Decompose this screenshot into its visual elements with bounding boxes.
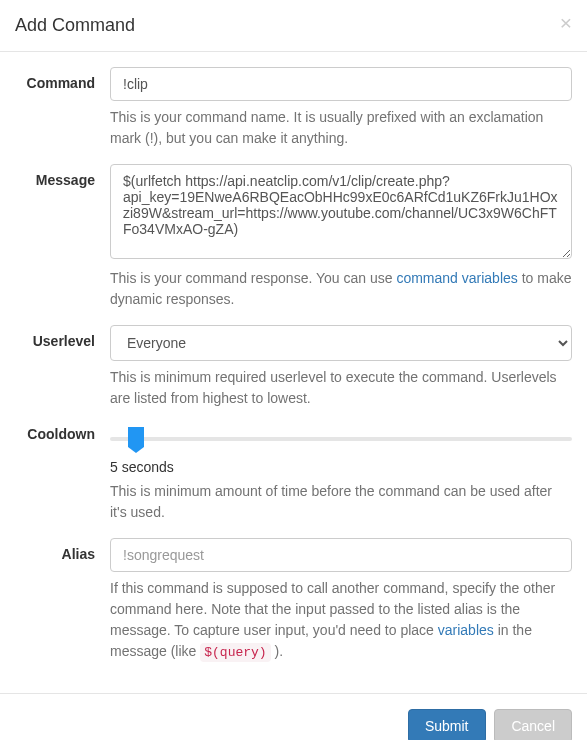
alias-help-part3: ). [271,643,283,659]
message-label: Message [15,164,110,310]
command-group: Command This is your command name. It is… [15,67,572,149]
submit-button[interactable]: Submit [408,709,486,741]
command-help: This is your command name. It is usually… [110,107,572,149]
userlevel-group: Userlevel Everyone This is minimum requi… [15,325,572,409]
cooldown-value: 5 seconds [110,459,572,475]
modal-footer: Submit Cancel [0,693,587,741]
cooldown-label: Cooldown [15,424,110,523]
alias-help: If this command is supposed to call anot… [110,578,572,663]
cancel-button[interactable]: Cancel [494,709,572,741]
cooldown-group: Cooldown 5 seconds This is minimum amoun… [15,424,572,523]
close-button[interactable]: × [560,12,572,33]
userlevel-label: Userlevel [15,325,110,409]
modal-header: Add Command × [0,0,587,52]
query-code: $(query) [200,643,270,662]
modal-body: Command This is your command name. It is… [0,52,587,693]
cooldown-field-wrap: 5 seconds This is minimum amount of time… [110,424,572,523]
message-help: This is your command response. You can u… [110,268,572,310]
command-label: Command [15,67,110,149]
alias-field-wrap: If this command is supposed to call anot… [110,538,572,663]
cooldown-help: This is minimum amount of time before th… [110,481,572,523]
message-textarea[interactable]: $(urlfetch https://api.neatclip.com/v1/c… [110,164,572,259]
slider-track [110,437,572,441]
modal-title: Add Command [15,15,572,36]
command-variables-link[interactable]: command variables [396,270,517,286]
alias-group: Alias If this command is supposed to cal… [15,538,572,663]
userlevel-help: This is minimum required userlevel to ex… [110,367,572,409]
userlevel-select[interactable]: Everyone [110,325,572,361]
message-group: Message $(urlfetch https://api.neatclip.… [15,164,572,310]
cooldown-slider[interactable] [110,429,572,449]
message-help-before: This is your command response. You can u… [110,270,396,286]
slider-thumb[interactable] [128,427,144,447]
message-field-wrap: $(urlfetch https://api.neatclip.com/v1/c… [110,164,572,310]
command-field-wrap: This is your command name. It is usually… [110,67,572,149]
variables-link[interactable]: variables [438,622,494,638]
userlevel-field-wrap: Everyone This is minimum required userle… [110,325,572,409]
alias-label: Alias [15,538,110,663]
alias-input[interactable] [110,538,572,572]
command-input[interactable] [110,67,572,101]
